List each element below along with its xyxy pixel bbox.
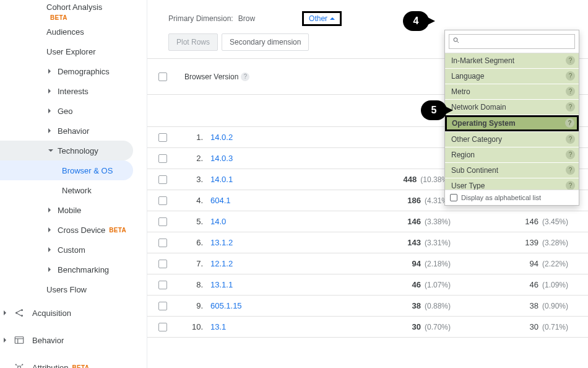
alpha-checkbox[interactable] [450, 194, 457, 201]
nav-network[interactable]: Network [0, 180, 147, 200]
nav-interests[interactable]: Interests [0, 81, 147, 101]
version-link[interactable]: 12.1.2 [210, 259, 233, 268]
help-icon[interactable]: ? [565, 118, 574, 128]
nav-users-flow[interactable]: Users Flow [0, 279, 147, 299]
row-sessions: 114 [574, 259, 588, 268]
dropdown-footer[interactable]: Display as alphabetical list [445, 190, 579, 205]
help-icon[interactable]: ? [566, 181, 575, 190]
row-sessions: 48 [574, 301, 588, 310]
attribution-icon [14, 362, 25, 368]
help-icon[interactable]: ? [566, 87, 575, 96]
version-link[interactable]: 14.0.3 [210, 154, 233, 163]
col-browser-version[interactable]: Browser Version? [178, 72, 339, 81]
main-content: Primary Dimension: Brow Other Plot Rows … [147, 0, 588, 368]
row-checkbox[interactable] [147, 260, 178, 268]
dimension-dropdown: In-Market Segment?Language?Metro?Network… [444, 30, 579, 206]
nav-browser-os[interactable]: Browser & OS [0, 160, 133, 180]
row-sessions: 178 [574, 238, 588, 247]
nav-label: Attribution [32, 363, 69, 369]
nav-behavior[interactable]: Behavior [0, 326, 147, 354]
nav-label: Cohort Analysis [46, 2, 102, 12]
help-icon[interactable]: ? [241, 72, 249, 81]
search-icon [452, 37, 460, 46]
version-link[interactable]: 13.1.2 [210, 238, 233, 247]
col-users[interactable] [339, 75, 457, 79]
nav-user-explorer[interactable]: User Explorer [0, 42, 147, 61]
nav-label: Demographics [58, 67, 110, 76]
row-users: 30(0.70%) [339, 322, 457, 331]
dropdown-item[interactable]: Sub Continent? [445, 163, 579, 178]
nav-cohort[interactable]: Cohort Analysis [0, 0, 147, 14]
dropdown-item[interactable]: Network Domain? [445, 100, 579, 115]
primary-dimension-browser[interactable]: Brow [238, 14, 255, 23]
row-browser-version: 2.14.0.3 [178, 154, 339, 163]
chevron-right-icon [48, 108, 51, 113]
chevron-right-icon [48, 69, 51, 74]
version-link[interactable]: 13.1 [210, 322, 226, 331]
nav-label: Behavior [32, 336, 64, 345]
nav-custom[interactable]: Custom [0, 240, 147, 260]
version-link[interactable]: 605.1.15 [210, 301, 242, 310]
version-link[interactable]: 14.0 [210, 217, 226, 226]
nav-technology[interactable]: Technology [0, 141, 133, 160]
table-row: 9.605.1.1538(0.88%)38(0.90%)48 [147, 296, 588, 317]
secondary-dimension-button[interactable]: Secondary dimension [222, 33, 309, 51]
behavior-icon [14, 335, 25, 346]
row-checkbox[interactable] [147, 154, 178, 163]
select-all-checkbox[interactable] [147, 72, 178, 81]
nav-behavior-sub[interactable]: Behavior [0, 121, 147, 141]
dropdown-item[interactable]: Other Category? [445, 132, 579, 147]
other-label: Other [309, 14, 327, 23]
nav-label: Benchmarking [58, 265, 109, 274]
primary-dimension-other[interactable]: Other [302, 11, 342, 26]
row-new-users: 46(1.09%) [457, 280, 574, 289]
nav-geo[interactable]: Geo [0, 101, 147, 121]
acquisition-icon [14, 307, 25, 318]
beta-badge: BETA [50, 14, 67, 21]
help-icon[interactable]: ? [566, 134, 575, 144]
row-checkbox[interactable] [147, 239, 178, 247]
help-icon[interactable]: ? [566, 71, 575, 81]
dropdown-item[interactable]: Metro? [445, 84, 579, 100]
dropdown-item[interactable]: Language? [445, 69, 579, 84]
dropdown-search [445, 30, 579, 53]
row-checkbox[interactable] [147, 133, 178, 142]
nav-attribution[interactable]: Attribution BETA [0, 354, 147, 368]
dropdown-item[interactable]: In-Market Segment? [445, 53, 579, 69]
version-link[interactable]: 14.0.1 [210, 175, 233, 184]
nav-label: Cross Device [58, 226, 105, 235]
help-icon[interactable]: ? [566, 150, 575, 159]
row-users: 146(3.38%) [339, 217, 457, 226]
dropdown-item[interactable]: Region? [445, 147, 579, 163]
nav-mobile[interactable]: Mobile [0, 200, 147, 220]
row-users: 186(4.31%) [339, 196, 457, 205]
beta-badge: BETA [109, 227, 126, 234]
primary-dimension-label: Primary Dimension: [168, 14, 233, 23]
help-icon[interactable]: ? [566, 56, 575, 65]
nav-demographics[interactable]: Demographics [0, 61, 147, 81]
nav-label: Audiences [46, 27, 84, 37]
dropdown-item[interactable]: User Type? [445, 178, 579, 190]
nav-benchmarking[interactable]: Benchmarking [0, 260, 147, 279]
row-checkbox[interactable] [147, 281, 178, 289]
nav-acquisition[interactable]: Acquisition [0, 299, 147, 326]
annotation-5: 5 [421, 100, 447, 120]
table-row: 7.12.1.294(2.18%)94(2.22%)114 [147, 253, 588, 274]
nav-label: Custom [58, 245, 85, 255]
row-checkbox[interactable] [147, 323, 178, 331]
row-users: 448(10.38%) [339, 175, 457, 184]
version-link[interactable]: 604.1 [210, 196, 231, 205]
chevron-right-icon [48, 247, 51, 252]
dropdown-search-input[interactable] [449, 34, 575, 49]
help-icon[interactable]: ? [566, 102, 575, 112]
row-checkbox[interactable] [147, 217, 178, 226]
nav-cross-device[interactable]: Cross DeviceBETA [0, 220, 147, 240]
version-link[interactable]: 14.0.2 [210, 133, 233, 142]
help-icon[interactable]: ? [566, 165, 575, 175]
version-link[interactable]: 13.1.1 [210, 280, 233, 289]
row-checkbox[interactable] [147, 196, 178, 205]
dropdown-item-operating-system[interactable]: Operating System? [445, 115, 579, 132]
nav-audiences[interactable]: Audiences [0, 22, 147, 42]
row-checkbox[interactable] [147, 302, 178, 310]
row-checkbox[interactable] [147, 175, 178, 184]
